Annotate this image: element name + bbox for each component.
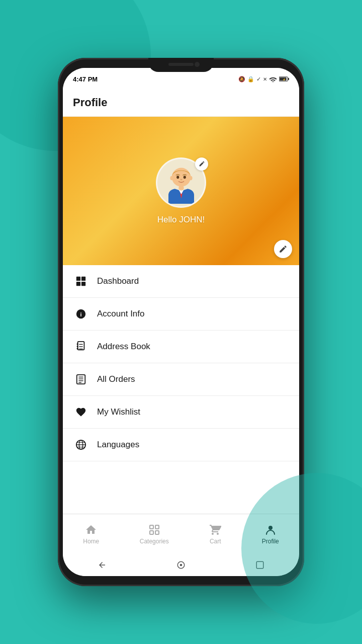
globe-icon — [74, 438, 88, 452]
menu-item-address-book[interactable]: Address Book — [63, 331, 299, 363]
svg-text:i: i — [80, 311, 81, 317]
profile-nav-label: Profile — [262, 538, 279, 545]
menu-item-languages[interactable]: Languages — [63, 429, 299, 461]
svg-rect-36 — [155, 531, 159, 534]
svg-rect-40 — [256, 561, 263, 569]
svg-rect-9 — [178, 186, 184, 190]
svg-point-5 — [176, 176, 179, 179]
menu-item-my-wishlist[interactable]: My Wishlist — [63, 396, 299, 429]
menu-item-all-orders[interactable]: All Orders — [63, 363, 299, 396]
svg-rect-17 — [77, 344, 78, 345]
svg-rect-12 — [76, 282, 80, 286]
phone-frame: 4:47 PM 🔕 🔒 ✓ ✕ ⚡ Profile — [58, 58, 304, 586]
wifi-icon — [269, 76, 277, 82]
svg-point-7 — [170, 176, 173, 181]
menu-item-account-info[interactable]: i Account Info — [63, 298, 299, 331]
svg-rect-2 — [288, 78, 289, 80]
shield-icon: 🔒 — [247, 76, 254, 83]
pencil-small-icon — [199, 160, 205, 167]
profile-hero: Hello JOHN! — [63, 117, 299, 265]
speaker — [168, 63, 194, 66]
address-book-label: Address Book — [97, 342, 150, 352]
account-info-label: Account Info — [97, 309, 145, 319]
svg-rect-13 — [81, 282, 85, 286]
phone-screen: 4:47 PM 🔕 🔒 ✓ ✕ ⚡ Profile — [63, 68, 299, 576]
svg-point-6 — [183, 176, 186, 179]
nav-item-home[interactable]: Home — [75, 520, 107, 549]
svg-text:⚡: ⚡ — [283, 78, 286, 82]
dashboard-label: Dashboard — [97, 276, 139, 286]
svg-rect-34 — [155, 525, 159, 529]
page-header: Profile — [63, 90, 299, 117]
cart-icon — [209, 524, 221, 536]
svg-point-39 — [180, 564, 183, 567]
nav-item-profile[interactable]: Profile — [254, 520, 287, 549]
camera — [195, 62, 200, 67]
svg-rect-10 — [76, 277, 80, 281]
home-icon — [85, 524, 97, 536]
svg-point-37 — [268, 526, 273, 530]
heart-icon — [74, 405, 88, 419]
x-icon: ✕ — [263, 76, 267, 82]
avatar-edit-button[interactable] — [195, 157, 208, 171]
hero-edit-button[interactable] — [274, 240, 292, 258]
all-orders-label: All Orders — [97, 374, 135, 384]
categories-icon — [148, 524, 160, 536]
my-wishlist-label: My Wishlist — [97, 407, 140, 417]
menu-list: Dashboard i Account Info — [63, 265, 299, 514]
address-icon — [74, 340, 88, 354]
cart-nav-label: Cart — [210, 538, 221, 545]
profile-nav-icon — [264, 524, 277, 536]
languages-label: Languages — [97, 440, 139, 450]
check-icon: ✓ — [256, 76, 261, 83]
dashboard-icon — [74, 274, 88, 288]
home-nav-label: Home — [83, 538, 99, 545]
battery-icon: ⚡ — [279, 76, 289, 82]
greeting-text: Hello JOHN! — [157, 215, 205, 225]
back-button[interactable] — [97, 559, 108, 571]
recent-apps-button[interactable] — [254, 559, 265, 571]
bottom-nav: Home Categories — [63, 514, 299, 554]
silent-icon: 🔕 — [238, 76, 245, 83]
menu-item-dashboard[interactable]: Dashboard — [63, 265, 299, 298]
pencil-icon — [279, 245, 288, 254]
svg-rect-33 — [150, 525, 153, 529]
nav-item-categories[interactable]: Categories — [132, 520, 177, 549]
nav-item-cart[interactable]: Cart — [201, 520, 229, 549]
svg-point-8 — [189, 176, 192, 181]
avatar-wrapper — [156, 157, 206, 208]
svg-rect-19 — [77, 348, 78, 350]
home-button[interactable] — [175, 559, 187, 571]
page-title: Profile — [73, 96, 289, 109]
android-nav-bar — [63, 554, 299, 576]
notch — [148, 58, 214, 72]
status-icons: 🔕 🔒 ✓ ✕ ⚡ — [238, 76, 289, 83]
orders-icon — [74, 372, 88, 386]
status-time: 4:47 PM — [73, 75, 98, 83]
categories-nav-label: Categories — [140, 538, 169, 545]
svg-rect-18 — [77, 346, 78, 347]
svg-rect-11 — [81, 277, 85, 281]
svg-rect-35 — [150, 531, 153, 534]
info-icon: i — [74, 307, 88, 321]
